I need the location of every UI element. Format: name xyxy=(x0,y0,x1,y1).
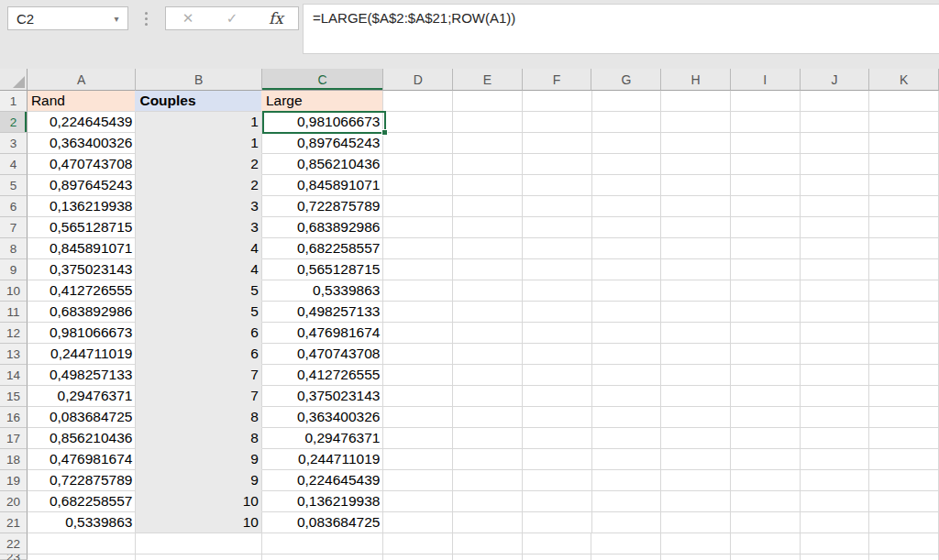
cell-B4[interactable]: 2 xyxy=(136,154,261,175)
cell-G7[interactable] xyxy=(592,217,662,238)
cell-E18[interactable] xyxy=(453,449,523,470)
cell-D3[interactable] xyxy=(383,133,453,154)
cell-A13[interactable]: 0,244711019 xyxy=(28,344,137,365)
row-header-17[interactable]: 17 xyxy=(0,428,28,449)
cell-K17[interactable] xyxy=(869,428,939,449)
cell-D16[interactable] xyxy=(383,407,453,428)
column-header-B[interactable]: B xyxy=(136,69,261,91)
cell-C9[interactable]: 0,565128715 xyxy=(262,259,383,280)
cell-E16[interactable] xyxy=(453,407,523,428)
cell-A12[interactable]: 0,981066673 xyxy=(28,323,137,344)
cell-E10[interactable] xyxy=(453,280,523,302)
row-header-23[interactable]: 23 xyxy=(0,555,28,560)
cell-H11[interactable] xyxy=(661,302,731,323)
cell-C4[interactable]: 0,856210436 xyxy=(262,154,383,175)
cell-G2[interactable] xyxy=(592,112,662,133)
cell-I19[interactable] xyxy=(731,470,801,491)
cell-K13[interactable] xyxy=(869,344,939,365)
cell-D7[interactable] xyxy=(383,217,453,238)
row-header-16[interactable]: 16 xyxy=(0,407,28,428)
column-header-A[interactable]: A xyxy=(28,69,137,91)
cell-D11[interactable] xyxy=(383,302,453,323)
cell-E9[interactable] xyxy=(453,259,523,280)
cell-G8[interactable] xyxy=(592,238,662,259)
cell-J22[interactable] xyxy=(801,533,870,555)
cell-E8[interactable] xyxy=(453,238,523,259)
cell-J19[interactable] xyxy=(801,470,870,491)
row-header-14[interactable]: 14 xyxy=(0,365,28,386)
cell-I2[interactable] xyxy=(731,112,801,133)
cell-C7[interactable]: 0,683892986 xyxy=(262,217,383,238)
cell-A4[interactable]: 0,470743708 xyxy=(28,154,137,175)
cell-D4[interactable] xyxy=(383,154,453,175)
cell-D14[interactable] xyxy=(383,365,453,386)
cell-B17[interactable]: 8 xyxy=(136,428,261,449)
row-header-2[interactable]: 2 xyxy=(0,112,28,133)
cell-C2[interactable]: 0,981066673 xyxy=(262,112,383,133)
cell-I16[interactable] xyxy=(731,407,801,428)
cell-C5[interactable]: 0,845891071 xyxy=(262,175,383,196)
cell-D17[interactable] xyxy=(383,428,453,449)
column-header-H[interactable]: H xyxy=(661,69,731,91)
name-box[interactable]: C2 ▾ xyxy=(7,6,128,30)
cell-G15[interactable] xyxy=(592,386,662,407)
cell-K23[interactable] xyxy=(869,555,939,560)
cell-C18[interactable]: 0,244711019 xyxy=(262,449,383,470)
cell-E17[interactable] xyxy=(453,428,523,449)
row-header-12[interactable]: 12 xyxy=(0,323,28,344)
cell-F18[interactable] xyxy=(523,449,592,470)
cell-C8[interactable]: 0,682258557 xyxy=(262,238,383,259)
cell-H12[interactable] xyxy=(661,323,731,344)
cell-J1[interactable] xyxy=(801,91,870,112)
cell-I18[interactable] xyxy=(731,449,801,470)
cell-H18[interactable] xyxy=(661,449,731,470)
cell-D13[interactable] xyxy=(383,344,453,365)
cell-I9[interactable] xyxy=(731,259,801,280)
cell-I15[interactable] xyxy=(731,386,801,407)
cell-K12[interactable] xyxy=(869,323,939,344)
cell-B22[interactable] xyxy=(136,533,261,555)
cell-H13[interactable] xyxy=(661,344,731,365)
cell-A17[interactable]: 0,856210436 xyxy=(28,428,137,449)
row-header-4[interactable]: 4 xyxy=(0,154,28,175)
cell-J16[interactable] xyxy=(801,407,870,428)
name-box-dropdown-icon[interactable]: ▾ xyxy=(105,14,127,24)
cell-A2[interactable]: 0,224645439 xyxy=(28,112,137,133)
cell-I22[interactable] xyxy=(731,533,801,555)
cell-I4[interactable] xyxy=(731,154,801,175)
cell-G5[interactable] xyxy=(592,175,662,196)
cell-H14[interactable] xyxy=(661,365,731,386)
cell-G23[interactable] xyxy=(591,555,661,560)
cell-K19[interactable] xyxy=(869,470,939,491)
cell-G13[interactable] xyxy=(592,344,662,365)
cell-F14[interactable] xyxy=(523,365,592,386)
cell-I10[interactable] xyxy=(731,280,801,302)
cell-K3[interactable] xyxy=(869,133,939,154)
cell-K15[interactable] xyxy=(869,386,939,407)
cell-K18[interactable] xyxy=(869,449,939,470)
cell-E3[interactable] xyxy=(453,133,523,154)
row-header-21[interactable]: 21 xyxy=(0,512,28,533)
row-header-11[interactable]: 11 xyxy=(0,302,28,323)
column-header-J[interactable]: J xyxy=(801,69,870,91)
row-header-22[interactable]: 22 xyxy=(0,533,28,555)
cell-C20[interactable]: 0,136219938 xyxy=(262,491,383,512)
cell-I3[interactable] xyxy=(731,133,801,154)
cell-G16[interactable] xyxy=(592,407,662,428)
cell-A7[interactable]: 0,565128715 xyxy=(28,217,137,238)
cell-D21[interactable] xyxy=(383,512,453,533)
cell-C23[interactable] xyxy=(262,555,383,560)
cell-G10[interactable] xyxy=(592,280,662,302)
cell-J8[interactable] xyxy=(801,238,870,259)
cell-J7[interactable] xyxy=(801,217,870,238)
cell-I11[interactable] xyxy=(731,302,801,323)
cell-J15[interactable] xyxy=(801,386,870,407)
cell-D23[interactable] xyxy=(383,555,453,560)
cell-H10[interactable] xyxy=(661,280,731,302)
cell-J18[interactable] xyxy=(801,449,870,470)
cell-G12[interactable] xyxy=(592,323,662,344)
cell-J6[interactable] xyxy=(801,196,870,217)
row-header-10[interactable]: 10 xyxy=(0,280,28,302)
cell-G22[interactable] xyxy=(591,533,661,555)
cell-F8[interactable] xyxy=(523,238,592,259)
